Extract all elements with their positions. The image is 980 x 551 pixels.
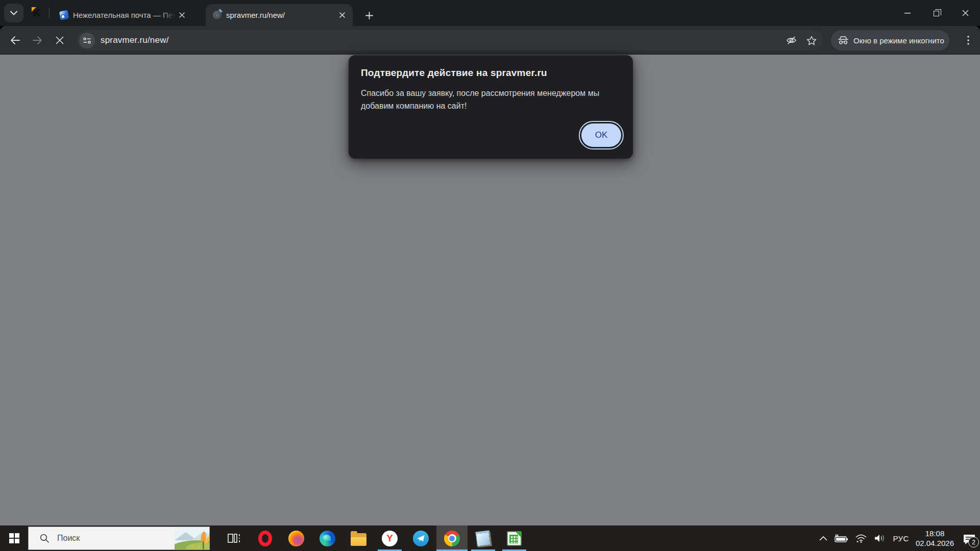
taskbar-apps: Y	[218, 525, 530, 551]
telegram-icon	[413, 531, 429, 546]
action-center-button[interactable]: 2	[961, 528, 978, 548]
notification-count-badge: 2	[968, 537, 979, 547]
taskbar-item-telegram[interactable]	[405, 525, 436, 551]
screen: K Нежелательная почта — Петр spravmer.ru…	[0, 0, 980, 551]
chrome-icon	[444, 531, 460, 546]
tab-title: Нежелательная почта — Петр	[73, 11, 175, 19]
plus-icon	[365, 12, 373, 19]
tune-icon	[83, 37, 91, 44]
windows-taskbar: Y	[0, 525, 980, 551]
new-tab-button[interactable]	[361, 7, 377, 23]
incognito-badge-label: Окно в режиме инкогнито	[853, 36, 944, 45]
dialog-title: Подтвердите действие на spravmer.ru	[361, 67, 621, 79]
battery-charging-icon	[834, 534, 848, 543]
opera-icon	[258, 531, 272, 546]
close-icon	[962, 10, 969, 16]
ok-button[interactable]: OK	[581, 123, 621, 147]
tray-expand-button[interactable]	[819, 536, 827, 541]
browser-toolbar: spravmer.ru/new/	[0, 26, 980, 55]
window-controls	[893, 0, 980, 26]
task-view-icon	[228, 532, 241, 544]
restore-icon	[934, 11, 939, 16]
stop-loading-button[interactable]	[50, 30, 70, 51]
tab-title: spravmer.ru/new/	[226, 11, 335, 19]
tray-date: 02.04.2026	[916, 538, 954, 548]
taskbar-item-opera[interactable]	[250, 525, 281, 551]
browser-menu-button[interactable]	[959, 30, 978, 51]
taskbar-item-chrome[interactable]	[436, 525, 468, 551]
tab-divider	[49, 8, 50, 18]
wifi-icon	[855, 534, 867, 543]
language-indicator[interactable]: РУС	[893, 534, 909, 543]
windows-logo-icon	[9, 533, 19, 543]
ok-button-focus-ring[interactable]: OK	[579, 121, 624, 149]
libreoffice-calc-icon	[507, 531, 522, 546]
clock[interactable]: 18:08 02.04.2026	[916, 529, 954, 548]
taskbar-item-libreoffice-calc[interactable]	[499, 525, 530, 551]
three-dots-icon	[967, 36, 969, 45]
globe-icon	[213, 11, 222, 19]
search-icon	[40, 534, 49, 543]
tab-close-icon[interactable]	[335, 9, 349, 22]
eye-off-icon	[786, 35, 797, 45]
forward-button[interactable]	[27, 30, 47, 51]
yandex-browser-icon: Y	[382, 531, 398, 546]
forward-icon	[32, 36, 42, 45]
wifi-indicator[interactable]	[855, 534, 867, 543]
chevron-up-icon	[819, 536, 827, 541]
battery-indicator[interactable]	[834, 534, 848, 543]
system-tray: РУС 18:08 02.04.2026 2	[819, 525, 978, 551]
restore-button[interactable]	[922, 0, 951, 26]
tab-spravmer[interactable]: spravmer.ru/new/	[206, 4, 353, 26]
search-highlight-illustration[interactable]	[163, 527, 209, 549]
taskbar-item-edge[interactable]	[312, 525, 343, 551]
tab-mail[interactable]: Нежелательная почта — Петр	[53, 4, 202, 26]
tab-close-icon[interactable]	[175, 9, 188, 22]
speaker-icon	[874, 534, 886, 543]
incognito-icon	[838, 36, 849, 44]
start-button[interactable]	[0, 525, 28, 551]
site-settings-button[interactable]	[79, 33, 95, 48]
file-explorer-icon	[351, 533, 366, 546]
back-button[interactable]	[5, 30, 26, 51]
password-eye-button[interactable]	[782, 31, 800, 49]
taskbar-item-firefox[interactable]	[281, 525, 312, 551]
notepad-icon	[475, 530, 491, 546]
taskbar-search[interactable]	[28, 527, 210, 550]
star-icon	[806, 36, 817, 45]
minimize-button[interactable]	[893, 0, 922, 26]
taskbar-item-task-view[interactable]	[218, 525, 250, 551]
edge-icon	[320, 531, 335, 546]
mail-icon	[59, 10, 69, 20]
pinned-tab-k-icon[interactable]: K	[30, 6, 44, 20]
tray-time: 18:08	[916, 529, 954, 538]
url-text[interactable]: spravmer.ru/new/	[101, 35, 782, 45]
tab-search-button[interactable]	[4, 4, 23, 22]
firefox-icon	[288, 531, 304, 546]
taskbar-item-file-explorer[interactable]	[343, 525, 374, 551]
chevron-down-icon	[10, 11, 17, 15]
address-bar[interactable]: spravmer.ru/new/	[77, 30, 823, 51]
volume-indicator[interactable]	[874, 534, 886, 543]
stop-icon	[56, 36, 64, 44]
dialog-message: Спасибо за вашу заявку, после рассмотрен…	[361, 87, 622, 112]
search-input[interactable]	[57, 534, 139, 543]
minimize-icon	[904, 13, 911, 14]
bookmark-star-button[interactable]	[802, 31, 821, 49]
browser-tab-strip: K Нежелательная почта — Петр spravmer.ru…	[0, 0, 980, 26]
incognito-badge[interactable]: Окно в режиме инкогнито	[831, 30, 949, 51]
confirm-dialog: Подтвердите действие на spravmer.ru Спас…	[349, 55, 633, 159]
taskbar-item-yandex-browser[interactable]: Y	[374, 525, 405, 551]
back-icon	[10, 36, 20, 45]
taskbar-item-notepad[interactable]	[468, 525, 499, 551]
close-window-button[interactable]	[951, 0, 980, 26]
